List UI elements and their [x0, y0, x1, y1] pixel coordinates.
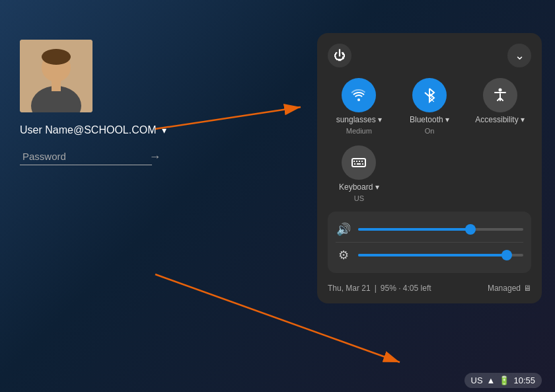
wifi-tile-sublabel: Medium	[346, 127, 372, 135]
power-button[interactable]: ⏻	[328, 44, 352, 67]
wifi-tile[interactable]: sunglasses ▾ Medium	[328, 78, 390, 135]
qs-tiles-row1: sunglasses ▾ Medium Bluetooth ▾ On	[328, 78, 531, 135]
password-input[interactable]	[20, 148, 152, 165]
wifi-icon-circle[interactable]	[342, 78, 376, 112]
keyboard-icon-circle[interactable]	[342, 145, 376, 180]
accessibility-tile[interactable]: Accessibility ▾	[468, 78, 531, 135]
brightness-slider-track[interactable]	[358, 254, 523, 256]
qs-header: ⏻ ⌄	[328, 44, 531, 67]
wifi-tile-label: sunglasses ▾	[336, 115, 382, 124]
slider-divider	[336, 242, 523, 243]
keyboard-tile[interactable]: Keyboard ▾ US	[328, 145, 390, 202]
svg-rect-7	[353, 161, 355, 162]
volume-slider-fill	[358, 228, 470, 231]
svg-rect-9	[359, 161, 360, 162]
accessibility-icon-circle[interactable]	[483, 78, 517, 112]
footer-date: Thu, Mar 21	[328, 284, 371, 293]
bluetooth-tile-sublabel: On	[425, 127, 435, 135]
svg-rect-6	[352, 159, 365, 167]
svg-rect-12	[357, 163, 361, 165]
qs-footer: Thu, Mar 21 | 95% · 4:05 left Managed 🖥	[328, 281, 531, 293]
volume-slider-row: 🔊	[336, 218, 523, 241]
submit-button[interactable]: →	[149, 150, 161, 164]
footer-battery: 95% · 4:05 left	[381, 284, 431, 293]
user-name-row: User Name@SCHOOL.COM ▾	[20, 124, 166, 136]
keyboard-tile-sublabel: US	[354, 194, 364, 202]
managed-badge: Managed 🖥	[488, 284, 531, 293]
volume-slider-thumb[interactable]	[465, 224, 476, 235]
managed-label: Managed	[488, 284, 521, 293]
avatar	[20, 40, 92, 112]
brightness-slider-thumb[interactable]	[501, 250, 512, 260]
user-name: User Name@SCHOOL.COM	[20, 124, 157, 136]
collapse-button[interactable]: ⌄	[507, 44, 531, 67]
tray-wifi-icon: ▲	[487, 375, 496, 385]
quick-settings-panel: ⏻ ⌄ sunglasses ▾ Medium	[317, 33, 542, 303]
brightness-slider-fill	[358, 254, 507, 256]
svg-rect-10	[361, 161, 363, 162]
qs-sliders: 🔊 ⚙	[328, 212, 531, 273]
volume-slider-track[interactable]	[358, 228, 523, 231]
svg-point-2	[42, 49, 71, 65]
svg-rect-13	[362, 163, 363, 165]
login-section: User Name@SCHOOL.COM ▾ →	[20, 40, 166, 165]
qs-footer-left: Thu, Mar 21 | 95% · 4:05 left	[328, 284, 431, 293]
svg-rect-11	[354, 163, 355, 165]
bluetooth-icon-circle[interactable]	[412, 78, 447, 112]
keyboard-tile-label: Keyboard ▾	[339, 182, 379, 192]
accessibility-tile-label: Accessibility ▾	[475, 115, 525, 124]
user-dropdown-icon[interactable]: ▾	[162, 125, 166, 136]
brightness-slider-row: ⚙	[336, 244, 523, 266]
bluetooth-tile[interactable]: Bluetooth ▾ On	[398, 78, 461, 135]
system-tray[interactable]: US ▲ 🔋 10:55	[464, 373, 542, 388]
qs-tiles-row2: Keyboard ▾ US	[328, 145, 531, 202]
footer-separator: |	[375, 284, 377, 293]
managed-icon: 🖥	[523, 284, 531, 293]
svg-rect-8	[356, 161, 357, 162]
volume-icon: 🔊	[336, 222, 352, 237]
tray-time: 10:55	[513, 375, 535, 385]
tray-locale: US	[471, 375, 483, 385]
svg-rect-4	[52, 79, 61, 91]
tray-battery-icon: 🔋	[499, 375, 509, 385]
brightness-icon: ⚙	[336, 248, 352, 262]
svg-point-5	[498, 89, 501, 92]
bluetooth-tile-label: Bluetooth ▾	[410, 115, 449, 124]
password-row: →	[20, 148, 166, 165]
